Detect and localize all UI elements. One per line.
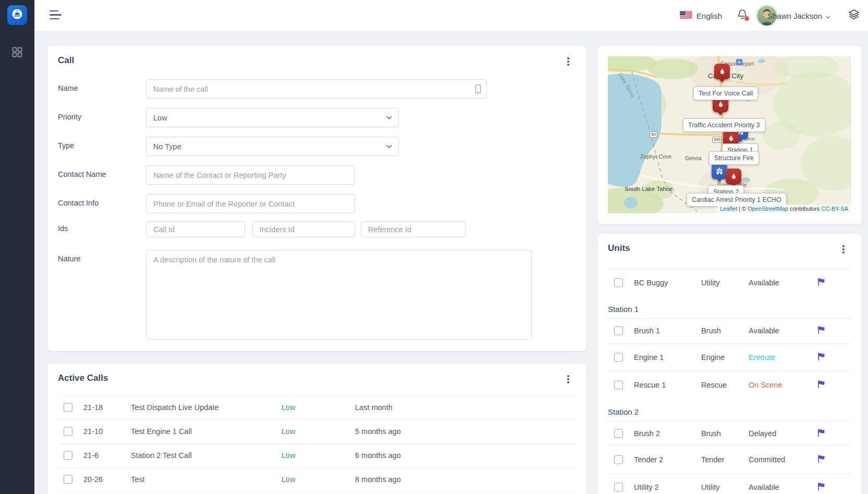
app-logo[interactable] [7,5,27,25]
active-call-row[interactable]: 21-6 Station 2 Test Call Low 6 months ag… [58,443,576,468]
station-map-marker[interactable] [712,163,727,179]
call-id-input[interactable] [146,221,245,237]
units-title: Units [608,243,630,254]
contact-name-input[interactable] [146,165,355,185]
aside-toggle-button[interactable] [847,0,861,31]
license-link[interactable]: CC-BY-SA [821,206,848,212]
flag-icon[interactable] [817,278,825,287]
row-checkbox[interactable] [64,475,72,484]
map-label-zephyr-cove: Zephyr Cove [640,153,671,160]
call-name-input[interactable] [146,79,487,99]
route-395-shield: 395 [712,137,722,143]
map-label-south-lake-tahoe: South Lake Tahoe [625,186,673,192]
unit-row[interactable]: Engine 1 Engine Enroute [607,343,851,371]
flag-icon[interactable] [817,380,825,390]
reference-id-input[interactable] [361,221,466,237]
flame-icon [716,100,725,109]
station-group-header: Station 1 [607,296,851,319]
unit-row[interactable]: Utility 2 Utility Available [607,473,851,494]
row-checkbox[interactable] [64,451,72,460]
sidebar-item-dashboard[interactable] [12,47,22,57]
notifications-button[interactable] [735,0,750,31]
row-checkbox[interactable] [64,403,72,412]
call-name: Test Dispatch Live Update [131,403,218,412]
active-calls-card: Active Calls 21-18 Test Dispatch Live Up… [47,364,586,494]
unit-checkbox[interactable] [614,380,623,389]
flag-icon[interactable] [817,482,825,492]
unit-type: Engine [701,353,725,362]
call-number: 21-6 [83,451,99,460]
call-card-options-icon[interactable] [564,56,573,68]
type-value: No Type [153,142,181,151]
leaflet-link[interactable]: Leaflet [720,206,737,212]
attribution-divider: | [739,206,740,212]
unit-type: Utility [701,483,719,491]
language-label: English [696,11,722,20]
unit-checkbox[interactable] [614,455,623,464]
unit-checkbox[interactable] [614,278,623,287]
unit-row[interactable]: Brush 2 Brush Delayed [607,421,851,446]
unit-row[interactable]: Brush 1 Brush Available [607,318,851,344]
fire-call-marker[interactable] [726,168,741,184]
call-card-title: Call [58,55,74,66]
unit-status: Available [749,327,779,335]
unit-status: Committed [749,455,785,464]
flag-icon[interactable] [817,454,825,464]
incident-id-input[interactable] [252,221,355,237]
unit-checkbox[interactable] [614,483,623,491]
units-options-icon[interactable] [839,244,848,256]
active-calls-options-icon[interactable] [564,374,573,385]
unit-row[interactable]: BC Buggy Utility Available [607,269,851,296]
priority-select[interactable]: Low [146,108,399,127]
copyright-symbol: © [742,206,746,212]
unit-checkbox[interactable] [614,429,623,438]
contact-info-input[interactable] [146,194,355,213]
call-priority: Low [282,451,296,460]
unit-row[interactable]: Tender 2 Tender Committed [607,445,851,474]
unit-status: Delayed [749,429,776,438]
active-call-row[interactable]: 21-10 Test Engine 1 Call Low 5 months ag… [58,419,576,444]
dispatch-map[interactable]: Carson City Carson Airport ✈ Lake Tahoe … [608,56,851,213]
flame-icon [727,134,735,142]
call-name: Test Engine 1 Call [131,427,192,436]
language-selector[interactable]: English [680,0,722,31]
us-flag-icon [680,11,692,20]
osm-link[interactable]: OpenStreetMap [748,206,788,212]
user-menu[interactable]: Shawn Jackson [767,0,830,31]
unit-name: Brush 1 [634,327,660,335]
name-label: Name [58,84,78,92]
route-50-shield: 50 [650,131,657,138]
call-time: 8 months ago [355,475,401,484]
map-tooltip: Traffic Accident Priority 3 [683,118,765,132]
active-call-row[interactable]: 20-26 Test Low 8 months ago [58,467,576,492]
flag-icon[interactable] [817,428,825,438]
chevron-down-icon [826,11,830,20]
nature-textarea[interactable] [146,250,532,340]
flame-icon [718,67,726,76]
attribution-suffix: contributors [790,206,820,212]
unit-row[interactable]: Rescue 1 Rescue On Scene [607,371,851,399]
unit-checkbox[interactable] [614,327,623,335]
map-attribution: Leaflet | © OpenStreetMap contributors C… [717,204,851,213]
station-group-header: Station 2 [607,399,851,421]
map-label-genoa: Genoa [685,155,702,161]
active-call-row[interactable]: 21-18 Test Dispatch Live Update Low Last… [58,395,576,420]
flag-icon[interactable] [817,352,825,362]
type-select[interactable]: No Type [146,137,399,156]
flag-icon[interactable] [817,326,825,336]
type-label: Type [58,141,74,150]
row-checkbox[interactable] [64,427,72,436]
station-group-label: Station 1 [608,305,639,314]
call-time: 5 months ago [355,427,401,436]
layers-icon [848,8,860,23]
chevron-down-icon [386,116,392,119]
unit-checkbox[interactable] [614,353,623,362]
call-priority: Low [282,403,296,412]
fire-call-marker[interactable] [714,64,730,79]
menu-toggle-button[interactable] [50,10,62,21]
units-card: Units BC Buggy Utility Available Station… [597,234,862,494]
call-name: Test [131,475,145,484]
unit-status: Enroute [749,353,775,362]
flame-icon [729,172,738,180]
priority-label: Priority [58,113,81,121]
